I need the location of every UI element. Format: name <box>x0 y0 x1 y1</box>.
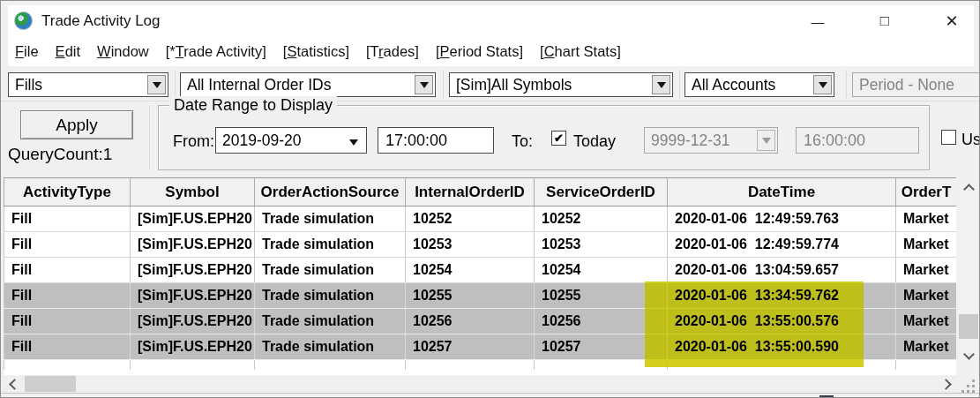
table-row[interactable]: Fill[Sim]F.US.EPH20Trade simulation10254… <box>4 258 957 283</box>
menu-item-file[interactable]: File <box>15 43 39 60</box>
scroll-left-icon[interactable] <box>4 376 21 392</box>
menu-item-window[interactable]: Window <box>97 43 149 60</box>
menu-item-trade-activity[interactable]: [*Trade Activity] <box>166 43 266 60</box>
chevron-down-icon[interactable] <box>652 75 670 94</box>
accounts-combobox[interactable]: All Accounts <box>685 72 834 97</box>
window-title: Trade Activity Log <box>41 12 161 30</box>
column-header-activitytype[interactable]: ActivityType <box>4 178 131 207</box>
query-toolbar: Apply QueryCount:1 Date Range to Display… <box>1 101 979 176</box>
table-row-selected[interactable]: Fill[Sim]F.US.EPH20Trade simulation10257… <box>4 334 957 360</box>
toolbar-separator <box>175 70 176 99</box>
globe-app-icon <box>14 11 33 30</box>
close-button[interactable]: ✕ <box>936 8 968 34</box>
chevron-down-icon[interactable] <box>415 75 433 94</box>
chevron-down-icon[interactable] <box>349 139 358 150</box>
chevron-down-icon[interactable] <box>147 75 166 94</box>
apply-button[interactable]: Apply <box>20 110 133 139</box>
toolbar-separator <box>846 70 847 99</box>
table-row-empty <box>4 360 957 370</box>
resize-grip[interactable] <box>961 379 977 394</box>
menu-item-edit[interactable]: Edit <box>56 43 80 60</box>
table-row-selected[interactable]: Fill[Sim]F.US.EPH20Trade simulation10256… <box>4 309 957 334</box>
date-range-group-label: Date Range to Display <box>169 96 337 115</box>
chevron-down-icon <box>757 130 775 151</box>
column-header-datetime[interactable]: DateTime <box>668 178 896 207</box>
vertical-scrollbar-thumb[interactable] <box>959 314 978 339</box>
today-checkbox[interactable]: ✔ <box>551 131 566 146</box>
table-row[interactable]: Fill[Sim]F.US.EPH20Trade simulation10253… <box>4 232 957 258</box>
query-count-label: QueryCount:1 <box>8 145 112 164</box>
menu-item-chart-stats[interactable]: [Chart Stats] <box>540 43 621 60</box>
toolbar-separator <box>149 105 150 170</box>
column-header-internalorderid[interactable]: InternalOrderID <box>406 178 535 207</box>
from-date-combobox[interactable]: 2019-09-20 <box>215 127 367 154</box>
toolbar-separator <box>679 70 680 99</box>
from-label: From: <box>173 132 214 151</box>
filter-toolbar: Fills All Internal Order IDs [Sim]All Sy… <box>1 68 979 101</box>
column-header-serviceorderid[interactable]: ServiceOrderID <box>535 178 668 207</box>
symbols-combobox[interactable]: [Sim]All Symbols <box>449 72 673 97</box>
table-header-row: ActivityType Symbol OrderActionSource In… <box>4 178 957 207</box>
use-checkbox-label: Us <box>961 131 980 149</box>
horizontal-scrollbar[interactable] <box>4 376 956 392</box>
window-bottom-border <box>1 393 979 394</box>
use-checkbox[interactable] <box>941 130 956 145</box>
toolbar-separator <box>443 70 444 99</box>
menu-item-period-stats[interactable]: [Period Stats] <box>436 43 523 60</box>
from-time-field[interactable]: 17:00:00 <box>378 127 494 154</box>
menu-item-statistics[interactable]: [Statistics] <box>283 43 349 60</box>
column-header-symbol[interactable]: Symbol <box>131 178 255 207</box>
vertical-scrollbar[interactable] <box>959 177 978 365</box>
minimize-button[interactable]: — <box>802 8 834 34</box>
menubar: File Edit Window [*Trade Activity] [Stat… <box>8 37 974 66</box>
to-date-combobox: 9999-12-31 <box>644 127 778 154</box>
to-time-field: 16:00:00 <box>796 127 919 154</box>
scroll-up-icon[interactable] <box>959 177 978 197</box>
table-row-selected[interactable]: Fill[Sim]F.US.EPH20Trade simulation10255… <box>4 283 957 309</box>
internal-order-ids-combobox[interactable]: All Internal Order IDs <box>180 72 436 97</box>
today-label: Today <box>573 132 616 151</box>
column-header-orderactionsource[interactable]: OrderActionSource <box>255 178 406 207</box>
period-combobox: Period - None <box>852 72 980 97</box>
column-header-ordertype[interactable]: OrderT <box>896 178 957 207</box>
horizontal-scrollbar-thumb[interactable] <box>25 376 76 392</box>
scroll-down-icon[interactable] <box>959 346 978 365</box>
activity-type-combobox[interactable]: Fills <box>8 72 168 97</box>
chevron-down-icon[interactable] <box>813 75 832 94</box>
trade-table: ActivityType Symbol OrderActionSource In… <box>4 177 956 375</box>
maximize-button[interactable]: □ <box>869 8 901 34</box>
to-label: To: <box>512 132 533 151</box>
caption-area: Trade Activity Log — □ ✕ File Edit Windo… <box>8 5 974 66</box>
menu-item-trades[interactable]: [Trades] <box>366 43 419 60</box>
date-range-groupbox: Date Range to Display From: 2019-09-20 1… <box>158 105 930 170</box>
app-window: Trade Activity Log — □ ✕ File Edit Windo… <box>0 0 980 398</box>
table-row[interactable]: Fill[Sim]F.US.EPH20Trade simulation10252… <box>4 207 957 232</box>
scroll-right-icon[interactable] <box>939 376 956 392</box>
